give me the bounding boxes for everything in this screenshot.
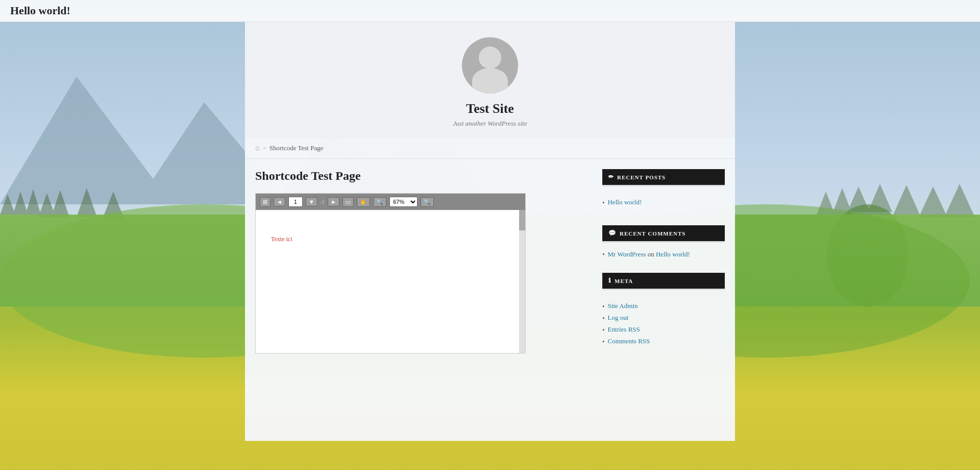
meta-comments-rss-link[interactable]: Comments RSS — [608, 337, 650, 345]
pdf-content: Texte ici — [256, 210, 525, 353]
list-item: Entries RSS — [602, 324, 725, 336]
top-bar-title: Hello world! — [10, 4, 70, 17]
widget-recent-comments-title: 💬 RECENT COMMENTS — [602, 225, 725, 241]
pencil-icon: ✏ — [608, 173, 614, 181]
list-item: Site Admin — [602, 300, 725, 312]
meta-site-admin-link[interactable]: Site Admin — [608, 302, 638, 310]
breadcrumb-current-page: Shortcode Test Page — [270, 144, 324, 152]
site-tagline: Just another WordPress site — [255, 120, 725, 128]
widget-divider-recent-posts — [602, 185, 725, 186]
breadcrumb: ⌂ > Shortcode Test Page — [245, 138, 735, 159]
breadcrumb-separator: > — [262, 144, 266, 152]
site-title: Test Site — [255, 101, 725, 116]
pdf-zoom-select[interactable]: 67% 50% 75% 100% — [389, 197, 418, 207]
list-item: Log out — [602, 312, 725, 324]
pdf-zoom-out-btn[interactable]: 🔍 — [373, 197, 386, 207]
widget-recent-posts-title: ✏ RECENT POSTS — [602, 169, 725, 185]
meta-entries-rss-link[interactable]: Entries RSS — [608, 325, 640, 334]
main-content: Shortcode Test Page ⊞ ◄ ▼ /1 ► — [255, 169, 587, 364]
page-title: Shortcode Test Page — [255, 169, 587, 183]
pdf-total-pages: /1 — [321, 199, 325, 205]
widget-recent-comments: 💬 RECENT COMMENTS Mr WordPress on Hello … — [602, 225, 725, 260]
avatar-body — [472, 68, 508, 93]
content-area: Shortcode Test Page ⊞ ◄ ▼ /1 ► — [245, 159, 735, 374]
meta-log-out-link[interactable]: Log out — [608, 314, 629, 322]
pdf-grid-btn[interactable]: ⊞ — [260, 197, 271, 207]
sidebar: ✏ RECENT POSTS Hello world! 💬 RECENT COM… — [602, 169, 725, 364]
comment-text: Mr WordPress on Hello world! — [608, 250, 690, 258]
widget-recent-comments-label: RECENT COMMENTS — [620, 230, 685, 237]
pdf-pan-btn[interactable]: ✋ — [357, 197, 370, 207]
avatar — [462, 37, 518, 93]
recent-post-link[interactable]: Hello world! — [608, 198, 642, 206]
pdf-page: Texte ici — [256, 210, 519, 353]
top-bar: Hello world! — [0, 0, 980, 22]
pdf-next-btn[interactable]: ► — [328, 197, 339, 206]
pdf-toolbar: ⊞ ◄ ▼ /1 ► ▭ ✋ 🔍 — [256, 194, 525, 210]
widget-recent-posts-label: RECENT POSTS — [617, 174, 666, 180]
pdf-select-btn[interactable]: ▭ — [342, 197, 354, 207]
pdf-viewer: ⊞ ◄ ▼ /1 ► ▭ ✋ 🔍 — [255, 193, 526, 354]
pdf-scrollbar[interactable] — [519, 210, 525, 353]
comment-author-link[interactable]: Mr WordPress — [608, 250, 646, 258]
home-icon[interactable]: ⌂ — [255, 144, 259, 152]
widget-divider-meta — [602, 289, 725, 290]
comment-on: on — [648, 250, 656, 258]
widget-meta-label: META — [615, 278, 633, 284]
comment-entry: Mr WordPress on Hello world! — [602, 249, 725, 260]
list-item: Comments RSS — [602, 336, 725, 347]
widget-divider-recent-comments — [602, 241, 725, 243]
recent-posts-list: Hello world! — [602, 193, 725, 213]
widget-meta-title: ℹ META — [602, 273, 725, 289]
pdf-zoom-in-btn[interactable]: 🔍 — [421, 197, 434, 207]
pdf-prev-btn[interactable]: ◄ — [274, 197, 285, 206]
pdf-page-dropdown[interactable]: ▼ — [306, 197, 317, 206]
meta-list: Site Admin Log out Entries RSS Comments … — [602, 296, 725, 351]
pdf-text-label: Texte ici — [271, 236, 292, 243]
avatar-head — [479, 46, 501, 69]
pdf-page-input[interactable] — [288, 197, 303, 207]
comment-post-link[interactable]: Hello world! — [656, 250, 690, 258]
main-wrapper: Test Site Just another WordPress site ⌂ … — [245, 22, 735, 441]
avatar-figure — [462, 37, 518, 93]
comment-icon: 💬 — [608, 229, 617, 237]
widget-meta: ℹ META Site Admin Log out Entries RSS — [602, 273, 725, 351]
info-icon: ℹ — [608, 277, 611, 285]
widget-recent-posts: ✏ RECENT POSTS Hello world! — [602, 169, 725, 213]
list-item: Hello world! — [602, 197, 725, 208]
site-header: Test Site Just another WordPress site — [245, 22, 735, 138]
pdf-scrollbar-thumb[interactable] — [519, 210, 525, 230]
